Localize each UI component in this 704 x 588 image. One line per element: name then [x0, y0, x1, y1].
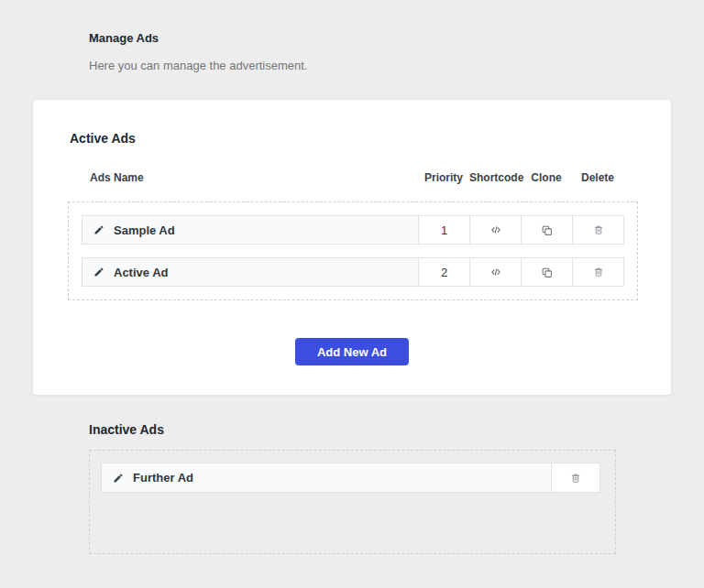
ad-name: Further Ad	[133, 471, 193, 485]
edit-ad-button[interactable]: Further Ad	[102, 463, 551, 492]
copy-icon	[541, 267, 553, 278]
priority-cell[interactable]: 2	[418, 258, 469, 286]
inactive-ads-title: Inactive Ads	[89, 422, 164, 437]
ad-name: Sample Ad	[114, 223, 175, 237]
priority-value: 2	[441, 266, 447, 279]
clone-button[interactable]	[521, 216, 572, 244]
code-icon	[490, 223, 502, 236]
copy-icon	[541, 224, 553, 236]
ad-name: Active Ad	[114, 266, 168, 279]
priority-cell[interactable]: 1	[418, 216, 469, 244]
add-new-ad-button[interactable]: Add New Ad	[295, 338, 409, 365]
delete-button[interactable]	[572, 258, 623, 286]
pencil-icon	[113, 473, 124, 484]
manage-ads-page: Manage Ads Here you can manage the adver…	[0, 0, 704, 588]
trash-icon	[570, 473, 581, 484]
code-icon	[490, 266, 502, 278]
header-priority: Priority	[418, 171, 469, 184]
page-description: Here you can manage the advertisement.	[89, 59, 307, 72]
delete-button[interactable]	[551, 463, 600, 492]
edit-ad-button[interactable]: Sample Ad	[82, 216, 418, 244]
header-delete: Delete	[572, 171, 623, 184]
pencil-icon	[94, 267, 104, 278]
ad-row: Active Ad 2	[82, 257, 624, 287]
ads-table-header: Ads Name Priority Shortcode Clone Delete	[81, 171, 623, 184]
ad-row: Further Ad	[101, 463, 600, 493]
clone-button[interactable]	[521, 258, 572, 286]
pencil-icon	[94, 224, 104, 235]
trash-icon	[593, 267, 604, 278]
trash-icon	[593, 224, 604, 235]
inactive-ads-list: Further Ad	[89, 450, 616, 554]
shortcode-button[interactable]	[469, 216, 521, 244]
header-ads-name: Ads Name	[81, 171, 418, 184]
priority-value: 1	[441, 223, 447, 237]
page-intro: Manage Ads Here you can manage the adver…	[89, 31, 307, 72]
page-title: Manage Ads	[89, 31, 307, 45]
edit-ad-button[interactable]: Active Ad	[82, 258, 418, 286]
shortcode-button[interactable]	[469, 258, 521, 286]
active-ads-list: Sample Ad 1	[68, 201, 638, 300]
ad-row: Sample Ad 1	[82, 215, 624, 245]
header-shortcode: Shortcode	[469, 171, 521, 184]
active-ads-title: Active Ads	[70, 131, 136, 146]
delete-button[interactable]	[572, 216, 623, 244]
header-clone: Clone	[521, 171, 572, 184]
active-ads-card: Active Ads Ads Name Priority Shortcode C…	[32, 99, 672, 396]
